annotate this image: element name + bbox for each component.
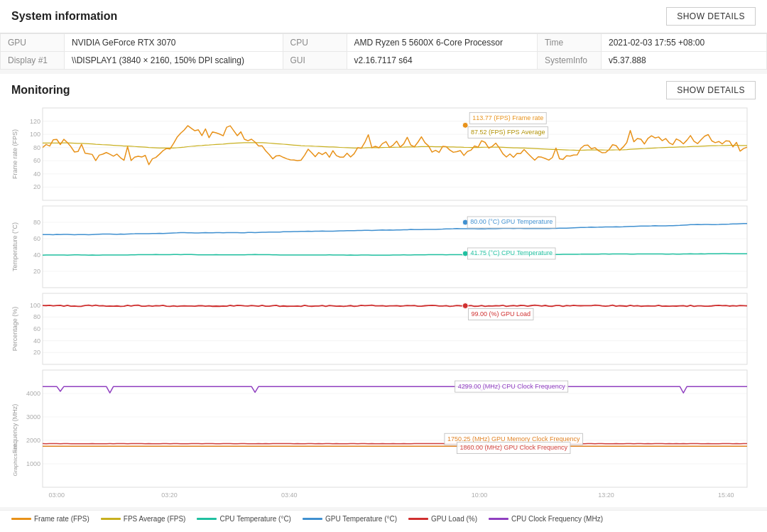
gui-value: v2.16.7117 s64 — [347, 52, 537, 70]
monitoring-show-details-button[interactable]: SHOW DETAILS — [666, 81, 756, 99]
legend-fps-avg: FPS Average (FPS) — [101, 515, 186, 523]
legend-cpu-clock-label: CPU Clock Frequency (MHz) — [511, 515, 603, 523]
legend-cpu-temp-label: CPU Temperature (°C) — [219, 515, 291, 523]
legend-gpu-load: GPU Load (%) — [408, 515, 477, 523]
cpu-label: CPU — [283, 34, 347, 52]
charts-container — [0, 104, 767, 501]
display-value: \\DISPLAY1 (3840 × 2160, 150% DPI scalin… — [65, 52, 283, 70]
legend-fps-avg-label: FPS Average (FPS) — [124, 515, 186, 523]
gpu-label: GPU — [1, 34, 65, 52]
time-label: Time — [537, 34, 601, 52]
system-info-table: GPU NVIDIA GeForce RTX 3070 CPU AMD Ryze… — [0, 33, 767, 70]
monitoring-section: Monitoring SHOW DETAILS — [0, 74, 767, 507]
legend-gpu-temp-label: GPU Temperature (°C) — [325, 515, 397, 523]
sysinfo-label: SystemInfo — [537, 52, 601, 70]
legend-cpu-clock-line — [489, 518, 508, 520]
cpu-value: AMD Ryzen 5 5600X 6-Core Processor — [347, 34, 537, 52]
gui-label: GUI — [283, 52, 347, 70]
system-info-header: System information SHOW DETAILS — [0, 0, 767, 33]
legend-fps-avg-line — [101, 518, 121, 520]
info-row-1: GPU NVIDIA GeForce RTX 3070 CPU AMD Ryze… — [1, 34, 767, 52]
legend-gpu-temp-line — [303, 518, 322, 520]
info-row-2: Display #1 \\DISPLAY1 (3840 × 2160, 150%… — [1, 52, 767, 70]
legend-bar: Frame rate (FPS) FPS Average (FPS) CPU T… — [0, 510, 767, 532]
legend-fps-line — [11, 518, 31, 520]
legend-fps: Frame rate (FPS) — [11, 515, 89, 523]
monitoring-title: Monitoring — [11, 84, 70, 97]
legend-fps-label: Frame rate (FPS) — [34, 515, 89, 523]
gpu-value: NVIDIA GeForce RTX 3070 — [65, 34, 283, 52]
system-info-show-details-button[interactable]: SHOW DETAILS — [666, 7, 756, 26]
display-label: Display #1 — [1, 52, 65, 70]
monitoring-chart — [11, 104, 756, 501]
time-value: 2021-02-03 17:55 +08:00 — [601, 34, 766, 52]
sysinfo-value: v5.37.888 — [601, 52, 766, 70]
legend-gpu-load-label: GPU Load (%) — [431, 515, 477, 523]
legend-cpu-clock: CPU Clock Frequency (MHz) — [489, 515, 603, 523]
legend-cpu-temp: CPU Temperature (°C) — [197, 515, 291, 523]
monitoring-header: Monitoring SHOW DETAILS — [0, 74, 767, 104]
system-info-title: System information — [11, 10, 117, 23]
legend-gpu-load-line — [408, 518, 428, 520]
legend-gpu-temp: GPU Temperature (°C) — [303, 515, 397, 523]
legend-cpu-temp-line — [197, 518, 217, 520]
